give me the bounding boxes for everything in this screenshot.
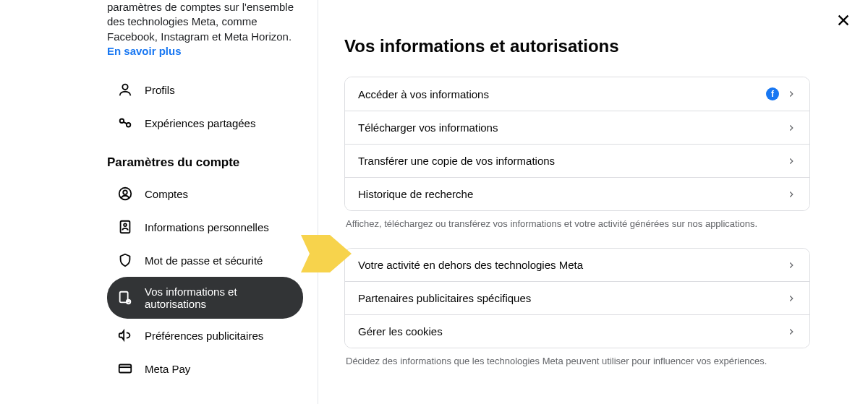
arrow-callout (301, 235, 352, 272)
sidebar-item-infos-perso[interactable]: Informations personnelles (107, 210, 303, 244)
row-transfer-info[interactable]: Transférer une copie de vos informations (345, 145, 809, 178)
sidebar-item-label: Vos informations et autorisations (145, 285, 293, 310)
row-access-info[interactable]: Accéder à vos informations f (345, 77, 809, 111)
learn-more-link[interactable]: En savoir plus (107, 45, 182, 57)
sidebar-item-label: Mot de passe et sécurité (145, 254, 263, 267)
close-button[interactable] (833, 10, 854, 30)
row-search-history[interactable]: Historique de recherche (345, 178, 809, 210)
svg-marker-10 (301, 235, 352, 272)
row-download-info[interactable]: Télécharger vos informations (345, 111, 809, 145)
chevron-right-icon (786, 89, 796, 99)
row-label: Partenaires publicitaires spécifiques (358, 292, 531, 304)
shield-icon (117, 252, 133, 268)
info-group-1: Accéder à vos informations f Télécharger… (344, 77, 810, 211)
svg-point-2 (127, 123, 131, 127)
chevron-right-icon (786, 260, 796, 270)
id-card-icon (117, 219, 133, 235)
page-title: Vos informations et autorisations (344, 36, 810, 56)
svg-point-1 (120, 119, 124, 124)
chevron-right-icon (786, 189, 796, 199)
sidebar-item-label: Informations personnelles (145, 221, 269, 233)
row-cookies[interactable]: Gérer les cookies (345, 315, 809, 348)
row-activity-off-meta[interactable]: Votre activité en dehors des technologie… (345, 249, 809, 282)
sidebar-item-comptes[interactable]: Comptes (107, 177, 303, 210)
sidebar-item-infos-autorisations[interactable]: Vos informations et autorisations (107, 277, 303, 319)
row-label: Votre activité en dehors des technologie… (358, 259, 583, 271)
close-icon (835, 12, 851, 28)
row-label: Historique de recherche (358, 188, 473, 200)
chevron-right-icon (786, 327, 796, 337)
permissions-icon (117, 290, 133, 306)
row-label: Gérer les cookies (358, 325, 443, 338)
credit-card-icon (117, 361, 133, 377)
account-icon (117, 186, 133, 202)
row-label: Télécharger vos informations (358, 121, 498, 134)
intro-body: paramètres de comptes sur l'ensemble des… (107, 1, 294, 43)
svg-point-6 (124, 223, 127, 226)
chevron-right-icon (786, 156, 796, 166)
main-content: Vos informations et autorisations Accéde… (318, 0, 868, 404)
info-group-2: Votre activité en dehors des technologie… (344, 248, 810, 348)
row-label: Accéder à vos informations (358, 88, 489, 100)
sidebar-item-metapay[interactable]: Meta Pay (107, 352, 303, 385)
sidebar: paramètres de comptes sur l'ensemble des… (0, 0, 318, 404)
sidebar-item-security[interactable]: Mot de passe et sécurité (107, 244, 303, 277)
sidebar-item-label: Expériences partagées (145, 117, 255, 129)
help-text-2: Décidez des informations que les technol… (346, 356, 810, 366)
svg-point-0 (122, 85, 127, 90)
facebook-icon: f (766, 87, 779, 100)
user-icon (117, 82, 133, 98)
svg-point-4 (123, 190, 127, 194)
sidebar-item-experiences[interactable]: Expériences partagées (107, 106, 303, 139)
row-ad-partners[interactable]: Partenaires publicitaires spécifiques (345, 282, 809, 315)
sidebar-item-label: Comptes (145, 188, 188, 200)
help-text-1: Affichez, téléchargez ou transférez vos … (346, 218, 810, 229)
chevron-right-icon (786, 123, 796, 133)
row-label: Transférer une copie de vos informations (358, 155, 555, 167)
sidebar-item-label: Meta Pay (145, 363, 190, 375)
megaphone-icon (117, 327, 133, 343)
sidebar-item-ads[interactable]: Préférences publicitaires (107, 319, 303, 352)
intro-text: paramètres de comptes sur l'ensemble des… (107, 0, 303, 59)
sidebar-item-profils[interactable]: Profils (107, 73, 303, 106)
sidebar-item-label: Profils (145, 84, 175, 96)
share-icon (117, 115, 133, 131)
chevron-right-icon (786, 293, 796, 304)
svg-rect-9 (119, 365, 132, 373)
section-title: Paramètres du compte (107, 155, 303, 170)
sidebar-item-label: Préférences publicitaires (145, 330, 263, 342)
